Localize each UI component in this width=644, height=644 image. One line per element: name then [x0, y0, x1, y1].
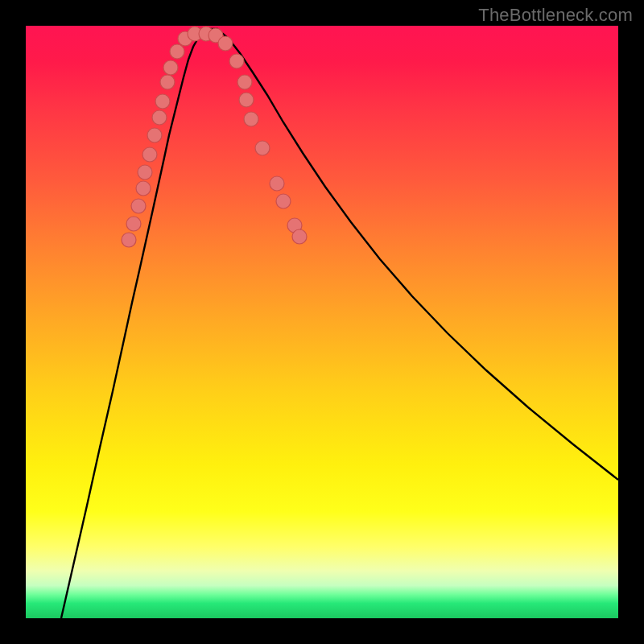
data-point	[142, 147, 157, 162]
data-point	[163, 60, 178, 75]
data-point	[276, 194, 291, 208]
data-point	[237, 75, 252, 89]
data-point	[239, 93, 254, 107]
data-point	[122, 233, 136, 247]
data-point	[138, 165, 152, 180]
chart-plot-area	[26, 26, 618, 618]
data-point	[229, 54, 244, 68]
data-point	[160, 75, 175, 89]
data-point	[147, 128, 162, 142]
data-point	[270, 176, 284, 191]
bottleneck-curve	[61, 29, 618, 618]
data-points	[122, 27, 307, 247]
watermark-text: TheBottleneck.com	[478, 5, 633, 26]
data-point	[155, 94, 170, 109]
chart-frame: TheBottleneck.com	[0, 0, 644, 644]
data-point	[136, 181, 151, 196]
data-point	[292, 229, 307, 244]
data-point	[255, 141, 270, 155]
data-point	[170, 44, 184, 59]
data-point	[244, 112, 258, 126]
data-point	[126, 217, 141, 231]
data-point	[152, 110, 167, 125]
chart-svg	[26, 26, 618, 618]
data-point	[131, 199, 146, 213]
data-point	[218, 36, 233, 51]
